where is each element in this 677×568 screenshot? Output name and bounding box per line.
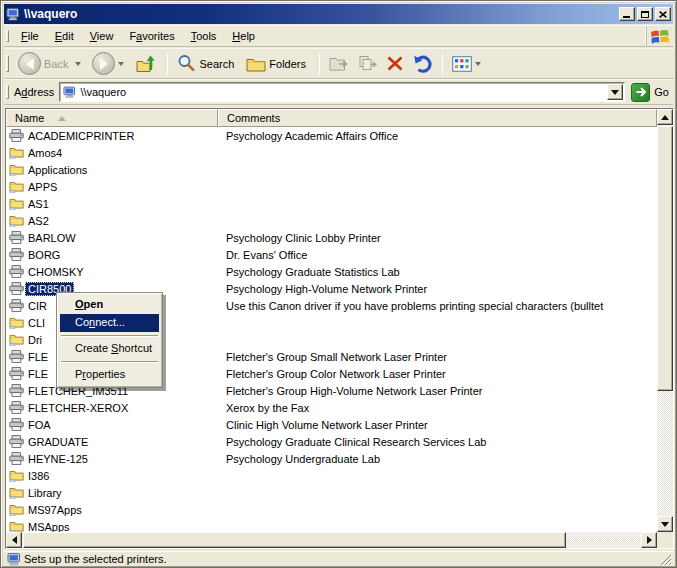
item-name[interactable]: ACADEMICPRINTER — [25, 130, 137, 142]
item-name[interactable]: CIR — [25, 300, 50, 312]
list-item[interactable]: CHOMSKYPsychology Graduate Statistics La… — [6, 263, 657, 280]
menu-view[interactable]: View — [82, 28, 122, 44]
printer-icon — [9, 452, 25, 465]
item-name[interactable]: Applications — [25, 164, 90, 176]
move-to-button[interactable] — [326, 53, 353, 74]
views-button[interactable] — [449, 54, 487, 74]
item-name[interactable]: CHOMSKY — [25, 266, 87, 278]
item-name[interactable]: CLI — [25, 317, 48, 329]
label-fragment: operties — [86, 368, 125, 380]
context-menu-item-properties[interactable]: Properties — [60, 366, 159, 384]
context-menu-item-open[interactable]: Open — [60, 296, 159, 314]
maximize-button[interactable] — [637, 7, 653, 21]
item-comment: Psychology Graduate Statistics Lab — [226, 266, 400, 278]
list-item[interactable]: HEYNE-125Psychology Undergraduate Lab — [6, 450, 657, 467]
undo-button[interactable] — [409, 53, 436, 75]
context-menu-item-connect[interactable]: Connect... — [60, 314, 159, 332]
views-dropdown-icon[interactable] — [475, 62, 481, 66]
rebar-grip[interactable] — [6, 55, 9, 72]
item-name[interactable]: Amos4 — [25, 147, 65, 159]
minimize-button[interactable] — [619, 7, 635, 21]
list-item[interactable]: Library — [6, 484, 657, 501]
printer-icon — [9, 231, 25, 244]
list-item[interactable]: ACADEMICPRINTERPsychology Academic Affai… — [6, 127, 657, 144]
up-button[interactable] — [132, 51, 161, 76]
item-comment: Fletcher's Group High-Volume Network Las… — [226, 385, 482, 397]
status-icon — [7, 553, 21, 566]
list-item[interactable]: BORGDr. Evans' Office — [6, 246, 657, 263]
item-name[interactable]: APPS — [25, 181, 60, 193]
rebar-grip[interactable] — [6, 30, 9, 42]
item-name[interactable]: FLETCHER-XEROX — [25, 402, 131, 414]
back-dropdown-icon[interactable] — [75, 62, 81, 66]
scroll-right-button[interactable] — [641, 532, 657, 548]
vertical-scrollbar[interactable] — [657, 109, 673, 532]
rebar-grip[interactable] — [6, 85, 9, 99]
list-item[interactable]: MS97Apps — [6, 501, 657, 518]
chevron-down-icon — [611, 90, 619, 95]
column-header-comments[interactable]: Comments — [218, 109, 657, 127]
titlebar[interactable]: \\vaquero — [4, 4, 673, 24]
forward-dropdown-icon[interactable] — [118, 62, 124, 66]
item-name[interactable]: I386 — [25, 470, 52, 482]
printer-icon — [9, 248, 25, 261]
toolbar-separator — [442, 53, 443, 75]
item-name[interactable]: HEYNE-125 — [25, 453, 91, 465]
list-item[interactable]: I386 — [6, 467, 657, 484]
scroll-up-button[interactable] — [657, 109, 673, 125]
item-name[interactable]: Dri — [25, 334, 45, 346]
context-menu-item-create-shortcut[interactable]: Create Shortcut — [60, 340, 159, 358]
address-label: Address — [14, 86, 54, 98]
toolbar-separator — [167, 53, 168, 75]
menu-separator — [61, 361, 158, 363]
item-name[interactable]: FOA — [25, 419, 54, 431]
go-button[interactable] — [631, 83, 650, 102]
menu-edit[interactable]: Edit — [47, 28, 82, 44]
menu-tools[interactable]: Tools — [183, 28, 225, 44]
menu-favorites[interactable]: Favorites — [121, 28, 182, 44]
list-item[interactable]: AS1 — [6, 195, 657, 212]
item-name[interactable]: FLE — [25, 351, 51, 363]
item-name[interactable]: MSApps — [25, 521, 73, 533]
item-name[interactable]: AS1 — [25, 198, 52, 210]
list-item[interactable]: Amos4 — [6, 144, 657, 161]
scroll-left-button[interactable] — [6, 532, 22, 548]
list-item[interactable]: BARLOWPsychology Clinic Lobby Printer — [6, 229, 657, 246]
address-input[interactable]: \\vaquero — [59, 82, 625, 102]
search-button[interactable]: Search — [174, 52, 241, 75]
item-name[interactable]: AS2 — [25, 215, 52, 227]
item-name[interactable]: Library — [25, 487, 65, 499]
list-item[interactable]: FLETCHER-XEROXXerox by the Fax — [6, 399, 657, 416]
vertical-scroll-thumb[interactable] — [657, 126, 673, 391]
list-item[interactable]: APPS — [6, 178, 657, 195]
item-name[interactable]: BORG — [25, 249, 63, 261]
scroll-down-button[interactable] — [657, 516, 673, 532]
item-name[interactable]: GRADUATE — [25, 436, 91, 448]
list-item[interactable]: GRADUATEPsychology Graduate Clinical Res… — [6, 433, 657, 450]
list-item[interactable]: Applications — [6, 161, 657, 178]
item-name[interactable]: BARLOW — [25, 232, 79, 244]
list-item[interactable]: AS2 — [6, 212, 657, 229]
label-fragment: pen — [84, 298, 104, 310]
forward-button[interactable] — [89, 50, 130, 77]
folders-button[interactable]: Folders — [243, 54, 313, 74]
explorer-window: \\vaquero FileEditViewFavoritesToolsHelp… — [0, 0, 677, 568]
shared-folder-icon — [9, 163, 25, 176]
address-dropdown-button[interactable] — [607, 84, 623, 100]
close-button[interactable] — [655, 7, 671, 21]
copy-to-button[interactable] — [355, 53, 381, 74]
list-item[interactable]: MSApps — [6, 518, 657, 532]
shared-folder-icon — [9, 316, 25, 329]
horizontal-scrollbar[interactable] — [6, 532, 657, 548]
item-name[interactable]: FLE — [25, 368, 51, 380]
horizontal-scroll-thumb[interactable] — [23, 532, 566, 548]
back-button[interactable]: Back — [15, 50, 87, 77]
menu-file[interactable]: File — [13, 28, 47, 44]
item-name[interactable]: MS97Apps — [25, 504, 85, 516]
list-item[interactable]: FOAClinic High Volume Network Laser Prin… — [6, 416, 657, 433]
label-fragment: ools — [196, 30, 216, 42]
resize-grip[interactable] — [659, 553, 672, 566]
menu-help[interactable]: Help — [224, 28, 263, 44]
column-header-name[interactable]: Name — [6, 109, 218, 127]
delete-button[interactable] — [383, 53, 407, 74]
